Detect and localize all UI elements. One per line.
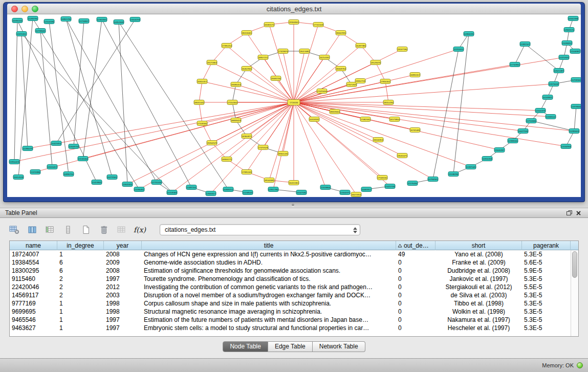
show-columns-button[interactable] xyxy=(26,224,38,235)
cell-year[interactable]: 2008 xyxy=(104,267,142,275)
graph-node[interactable]: 12481507 xyxy=(520,42,530,47)
graph-node[interactable]: 19128476 xyxy=(371,60,381,65)
cell-name[interactable]: 14569117 xyxy=(10,291,57,299)
cell-name[interactable]: 9115460 xyxy=(10,275,57,283)
graph-node[interactable]: 17390254 xyxy=(222,43,232,48)
graph-node[interactable]: 12398160 xyxy=(508,139,518,143)
graph-node[interactable]: 10547092 xyxy=(296,190,307,195)
cell-year[interactable]: 1997 xyxy=(104,275,142,283)
window-titlebar[interactable]: citations_edges.txt xyxy=(7,4,581,14)
tab-edge-table[interactable]: Edge Table xyxy=(268,341,313,352)
cell-in-degree[interactable]: 2 xyxy=(57,291,104,299)
graph-node[interactable]: 10896750 xyxy=(63,172,74,177)
cell-year[interactable]: 1997 xyxy=(104,316,142,324)
graph-node[interactable]: 18206953 xyxy=(373,138,383,142)
graph-node[interactable]: 18544082 xyxy=(264,178,274,183)
cell-pagerank[interactable]: 5.6E-5 xyxy=(522,258,571,267)
graph-node[interactable]: 10758342 xyxy=(571,78,581,82)
cell-short[interactable]: Dudbridge et al. (2008) xyxy=(435,267,522,275)
cell-out-degree[interactable]: 0 xyxy=(396,283,435,291)
cell-short[interactable]: Yano et al. (2008) xyxy=(435,250,522,258)
graph-node[interactable]: 12419805 xyxy=(92,180,102,185)
graph-node[interactable]: 12470312 xyxy=(16,32,27,36)
graph-node[interactable]: 11732860 xyxy=(510,62,520,67)
new-file-button[interactable] xyxy=(80,224,92,235)
tab-network-table[interactable]: Network Table xyxy=(313,341,365,352)
column-header-name[interactable]: name xyxy=(10,241,57,250)
cell-short[interactable]: Jankovic et al. (1997) xyxy=(435,275,522,283)
cell-pagerank[interactable]: 5.3E-5 xyxy=(522,324,571,332)
graph-node[interactable]: 11973058 xyxy=(549,82,559,86)
table-scrollbar[interactable] xyxy=(571,250,578,336)
network-svg[interactable]: 1724034183012451747052816360871188394191… xyxy=(7,14,581,197)
cell-out-degree[interactable]: 0 xyxy=(396,316,435,324)
table-row[interactable]: 22420046 2 2012 Investigating the contri… xyxy=(10,283,571,291)
graph-node[interactable]: 16892057 xyxy=(410,73,420,77)
cell-pagerank[interactable]: 5.5E-5 xyxy=(522,283,571,291)
cell-title[interactable]: Embryonic stem cells: a model to study s… xyxy=(142,324,396,332)
graph-node[interactable]: 17025634 xyxy=(317,89,327,94)
column-header-in-degree[interactable]: in_degree xyxy=(57,241,104,250)
cell-pagerank[interactable]: 5.3E-5 xyxy=(522,316,571,324)
cell-name[interactable]: 9777169 xyxy=(10,299,57,308)
cell-name[interactable]: 19384554 xyxy=(10,258,57,267)
delete-button[interactable] xyxy=(98,224,110,235)
cell-short[interactable]: Stergiakouli et al. (2012) xyxy=(435,283,522,291)
graph-node[interactable]: 16745083 xyxy=(410,128,420,133)
table-row[interactable]: 18300295 6 2008 Estimation of significan… xyxy=(10,267,571,275)
graph-node[interactable]: 11370986 xyxy=(30,170,40,174)
column-header-pagerank[interactable]: pagerank xyxy=(522,241,571,250)
graph-node[interactable]: 16573804 xyxy=(389,117,400,122)
cell-name[interactable]: 9465546 xyxy=(10,316,57,324)
graph-node[interactable]: 11979846 xyxy=(571,104,581,109)
splitter-handle[interactable] xyxy=(0,202,588,208)
graph-node[interactable]: 10561938 xyxy=(568,16,578,21)
graph-node[interactable]: 12365841 xyxy=(97,17,107,22)
graph-node[interactable]: 10590100 xyxy=(12,18,23,23)
table-row[interactable]: 9465546 1 1997 Estimation of the future … xyxy=(10,316,571,324)
graph-node[interactable]: 16210597 xyxy=(319,55,330,60)
graph-node[interactable]: 19247180 xyxy=(397,47,407,52)
cell-out-degree[interactable]: 0 xyxy=(396,308,435,316)
graph-node[interactable]: 12287045 xyxy=(466,165,476,169)
graph-node[interactable]: 10614528 xyxy=(13,175,24,180)
cell-in-degree[interactable]: 2 xyxy=(57,283,104,291)
function-builder-button[interactable]: f(x) xyxy=(134,224,146,235)
graph-node[interactable]: 17470528 xyxy=(258,145,268,150)
graph-node[interactable]: 19031675 xyxy=(397,154,407,158)
cell-out-degree[interactable]: 0 xyxy=(396,258,435,267)
graph-node[interactable]: 11319864 xyxy=(320,185,331,190)
graph-node[interactable]: 12286079 xyxy=(23,146,33,151)
column-header-year[interactable]: year xyxy=(104,241,142,250)
graph-node[interactable]: 18224061 xyxy=(242,31,252,35)
graph-node[interactable]: 16055361 xyxy=(289,181,299,185)
scrollbar-thumb[interactable] xyxy=(572,251,577,278)
graph-node[interactable]: 12608734 xyxy=(69,144,79,149)
cell-title[interactable]: Structural magnetic resonance image aver… xyxy=(142,308,396,316)
cell-name[interactable]: 18724007 xyxy=(10,250,57,258)
cell-year[interactable]: 2003 xyxy=(104,291,142,299)
cell-year[interactable]: 1997 xyxy=(104,324,142,332)
graph-node[interactable]: 18957215 xyxy=(258,55,268,60)
graph-node[interactable]: 17482061 xyxy=(360,117,371,122)
row-tools-button[interactable] xyxy=(62,224,74,235)
table-selector-combo[interactable]: citations_edges.txt xyxy=(160,224,360,235)
graph-node[interactable]: 1724034 xyxy=(288,100,300,105)
column-header-title[interactable]: title xyxy=(142,241,396,250)
cell-out-degree[interactable]: 49 xyxy=(396,250,435,258)
cell-title[interactable]: Investigating the contribution of common… xyxy=(142,283,396,291)
cell-out-degree[interactable]: 0 xyxy=(396,291,435,299)
graph-node[interactable]: 10683917 xyxy=(361,187,372,192)
graph-node[interactable]: 10861230 xyxy=(61,17,71,21)
cell-title[interactable]: Estimation of significance thresholds fo… xyxy=(142,267,396,275)
graph-node[interactable]: 12951780 xyxy=(268,187,278,192)
cell-in-degree[interactable]: 1 xyxy=(57,299,104,308)
graph-node[interactable]: 10369251 xyxy=(223,187,233,192)
graph-node[interactable]: 18631042 xyxy=(194,100,204,105)
cell-out-degree[interactable]: 0 xyxy=(396,267,435,275)
graph-node[interactable]: 11950423 xyxy=(9,160,19,164)
graph-node[interactable]: 18839419 xyxy=(231,118,241,123)
graph-node[interactable]: 19175863 xyxy=(207,60,217,65)
graph-node[interactable]: 12064375 xyxy=(340,190,350,195)
graph-node[interactable]: 10273561 xyxy=(107,175,117,180)
